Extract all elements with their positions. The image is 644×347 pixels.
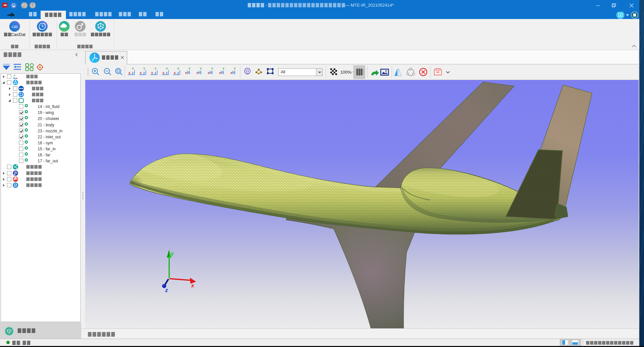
svg-text:Y: Y — [132, 67, 134, 70]
svg-text:z: z — [132, 71, 134, 75]
svg-text:x: x — [191, 283, 194, 288]
svg-text:z: z — [222, 71, 224, 75]
svg-text:x: x — [185, 71, 187, 75]
svg-text:cas: cas — [12, 24, 18, 29]
svg-text:x: x — [162, 71, 164, 75]
svg-text:x: x — [151, 71, 153, 75]
svg-text:x: x — [219, 71, 221, 75]
svg-text:x: x — [16, 77, 18, 79]
svg-text:x: x — [230, 71, 232, 75]
svg-text:x: x — [140, 71, 142, 75]
svg-text:x: x — [174, 71, 176, 75]
svg-text:Y: Y — [155, 67, 157, 70]
svg-text:z: z — [234, 71, 235, 75]
svg-text:z: z — [165, 287, 168, 293]
svg-text:Y: Y — [200, 67, 202, 70]
svg-text:z: z — [211, 71, 213, 75]
svg-text:Y: Y — [177, 67, 179, 70]
svg-text:Y: Y — [222, 67, 224, 70]
svg-text:Y: Y — [188, 67, 190, 70]
svg-text:z: z — [166, 71, 167, 75]
svg-text:z: z — [188, 71, 190, 75]
svg-text:z: z — [200, 71, 201, 75]
svg-text:y: y — [170, 251, 174, 256]
svg-text:z: z — [143, 71, 145, 75]
svg-text:x: x — [196, 71, 198, 75]
svg-text:Y: Y — [234, 67, 236, 70]
svg-text:Y: Y — [166, 67, 168, 70]
svg-text:Y: Y — [143, 67, 145, 70]
svg-text:z: z — [14, 77, 15, 79]
svg-text:z: z — [177, 71, 179, 75]
svg-text:Y: Y — [211, 67, 213, 70]
svg-text:z: z — [155, 71, 156, 75]
svg-text:x: x — [129, 71, 131, 75]
svg-text:x: x — [208, 71, 210, 75]
